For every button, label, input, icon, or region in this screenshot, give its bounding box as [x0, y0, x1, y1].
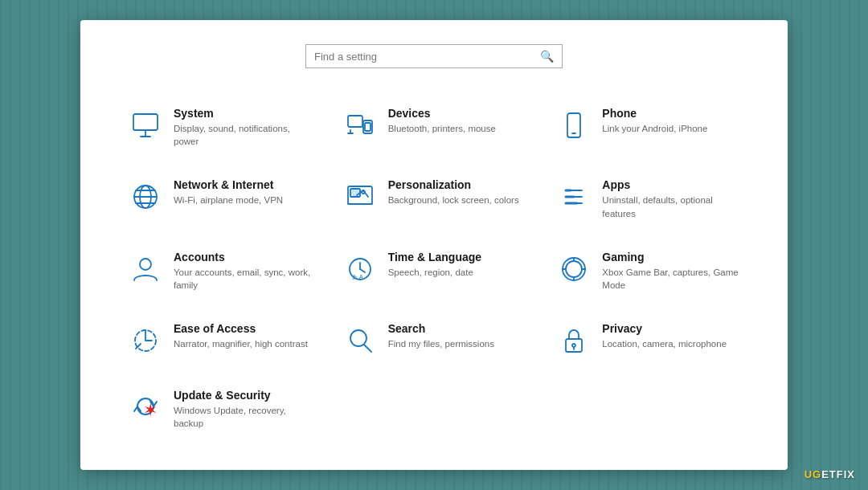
- settings-item-search[interactable]: Search Find my files, permissions: [327, 308, 542, 374]
- ease-title: Ease of Access: [174, 322, 308, 335]
- accounts-icon: [129, 252, 162, 286]
- devices-icon: [343, 108, 377, 142]
- search-settings-icon: [343, 324, 377, 357]
- svg-point-25: [140, 259, 151, 270]
- search-bar-container: 🔍: [113, 44, 755, 68]
- gaming-title: Gaming: [602, 251, 739, 263]
- update-title: Update & Security: [174, 389, 311, 402]
- update-icon-wrap: ✶: [129, 389, 162, 423]
- svg-rect-7: [365, 123, 371, 131]
- time-icon: あ A: [343, 252, 377, 286]
- settings-item-ease[interactable]: Ease of Access Narrator, magnifier, high…: [113, 308, 327, 374]
- settings-item-time[interactable]: あ A Time & Language Speech, region, date: [327, 236, 542, 308]
- phone-title: Phone: [602, 107, 707, 120]
- system-subtitle: Display, sound, notifications, power: [174, 122, 311, 148]
- apps-subtitle: Uninstall, defaults, optional features: [602, 194, 739, 219]
- svg-point-18: [362, 190, 365, 194]
- personalization-icon: [343, 180, 377, 214]
- personalization-title: Personalization: [388, 178, 519, 191]
- system-icon: [129, 108, 162, 142]
- system-title: System: [174, 107, 311, 120]
- svg-rect-16: [350, 189, 360, 197]
- settings-item-devices[interactable]: Devices Bluetooth, printers, mouse: [327, 92, 542, 164]
- watermark: UGETFIX: [805, 468, 855, 480]
- settings-grid: System Display, sound, notifications, po…: [113, 92, 755, 446]
- svg-point-37: [350, 330, 366, 346]
- search-input[interactable]: [314, 51, 540, 63]
- svg-line-38: [364, 345, 371, 352]
- ease-subtitle: Narrator, magnifier, high contrast: [174, 337, 308, 350]
- devices-subtitle: Bluetooth, printers, mouse: [388, 122, 496, 135]
- time-subtitle: Speech, region, date: [388, 266, 481, 279]
- accounts-title: Accounts: [174, 251, 311, 263]
- red-star-icon: ✶: [143, 400, 158, 421]
- settings-item-phone[interactable]: Phone Link your Android, iPhone: [541, 92, 755, 164]
- apps-title: Apps: [602, 178, 739, 191]
- search-icon: 🔍: [540, 50, 554, 63]
- privacy-icon: [557, 324, 591, 357]
- devices-title: Devices: [388, 107, 496, 120]
- update-subtitle: Windows Update, recovery, backup: [174, 404, 311, 430]
- svg-line-28: [360, 269, 365, 272]
- time-title: Time & Language: [388, 251, 481, 263]
- search-settings-title: Search: [388, 322, 494, 335]
- gaming-subtitle: Xbox Game Bar, captures, Game Mode: [602, 266, 739, 292]
- settings-item-personalization[interactable]: Personalization Background, lock screen,…: [327, 164, 542, 235]
- settings-item-apps[interactable]: Apps Uninstall, defaults, optional featu…: [541, 164, 755, 235]
- settings-item-network[interactable]: Network & Internet Wi-Fi, airplane mode,…: [113, 164, 327, 235]
- ease-icon: [129, 324, 162, 357]
- svg-rect-0: [133, 114, 158, 130]
- phone-subtitle: Link your Android, iPhone: [602, 122, 707, 135]
- search-settings-subtitle: Find my files, permissions: [388, 337, 494, 350]
- settings-item-gaming[interactable]: Gaming Xbox Game Bar, captures, Game Mod…: [541, 236, 755, 308]
- phone-icon: [557, 108, 591, 142]
- network-title: Network & Internet: [174, 178, 283, 191]
- personalization-subtitle: Background, lock screen, colors: [388, 194, 519, 206]
- network-subtitle: Wi-Fi, airplane mode, VPN: [174, 194, 283, 206]
- accounts-subtitle: Your accounts, email, sync, work, family: [174, 266, 311, 292]
- svg-text:あ A: あ A: [352, 274, 363, 280]
- network-icon: [129, 180, 162, 214]
- svg-point-31: [566, 261, 582, 277]
- privacy-title: Privacy: [602, 322, 727, 335]
- search-bar[interactable]: 🔍: [305, 44, 563, 68]
- settings-item-update[interactable]: ✶ Update & Security Windows Update, reco…: [113, 374, 327, 446]
- settings-item-system[interactable]: System Display, sound, notifications, po…: [113, 92, 327, 164]
- settings-item-privacy[interactable]: Privacy Location, camera, microphone: [541, 308, 755, 374]
- apps-icon: [557, 180, 591, 214]
- gaming-icon: [557, 252, 591, 286]
- privacy-subtitle: Location, camera, microphone: [602, 337, 727, 350]
- settings-item-accounts[interactable]: Accounts Your accounts, email, sync, wor…: [113, 236, 327, 308]
- svg-rect-3: [348, 116, 362, 127]
- settings-window: 🔍 System Display, sound, notifications, …: [80, 20, 788, 470]
